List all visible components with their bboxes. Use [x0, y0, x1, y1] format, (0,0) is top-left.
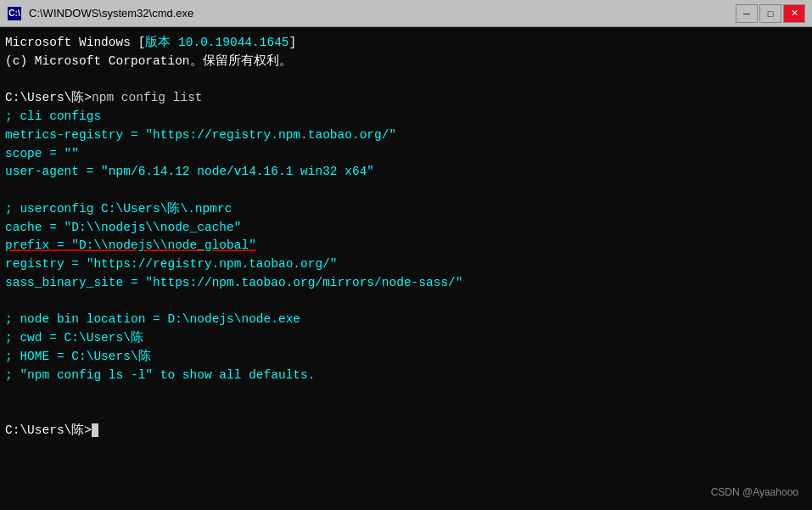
cmd-window: C:\ C:\WINDOWS\system32\cmd.exe ─ □ ✕ Mi… [0, 0, 812, 510]
sass-binary-line: sass_binary_site = "https://npm.taobao.o… [5, 274, 807, 293]
cursor [92, 423, 98, 437]
metrics-registry-line: metrics-registry = "https://registry.npm… [5, 126, 807, 145]
cwd-line: ; cwd = C:\Users\陈 [5, 329, 807, 348]
cli-configs-line: ; cli configs [5, 108, 807, 126]
cmd-icon: C:\ [8, 7, 21, 20]
home-line: ; HOME = C:\Users\陈 [5, 348, 807, 367]
blank-2 [5, 182, 807, 200]
minimize-button[interactable]: ─ [736, 4, 758, 23]
maximize-button[interactable]: □ [759, 4, 781, 23]
user-agent-line: user-agent = "npm/6.14.12 node/v14.16.1 … [5, 163, 807, 182]
node-bin-line: ; node bin location = D:\nodejs\node.exe [5, 311, 807, 329]
scope-line: scope = "" [5, 145, 807, 164]
window-controls: ─ □ ✕ [736, 4, 805, 23]
terminal-body[interactable]: Microsoft Windows [版本 10.0.19044.1645] (… [0, 27, 812, 510]
blank-4 [5, 384, 807, 403]
close-button[interactable]: ✕ [783, 4, 805, 23]
window-icon: C:\ [7, 6, 22, 21]
title-bar: C:\ C:\WINDOWS\system32\cmd.exe ─ □ ✕ [0, 0, 812, 27]
window-title: C:\WINDOWS\system32\cmd.exe [29, 7, 729, 20]
registry-line: registry = "https://registry.npm.taobao.… [5, 255, 807, 274]
blank-1 [5, 71, 807, 90]
npm-ls-line: ; "npm config ls -l" to show all default… [5, 367, 807, 385]
blank-5 [5, 403, 807, 422]
final-prompt-line: C:\Users\陈> [5, 422, 807, 440]
win-version-line: Microsoft Windows [版本 10.0.19044.1645] [5, 34, 807, 53]
prompt-npm-config: C:\Users\陈>npm config list [5, 89, 807, 108]
watermark: CSDN @Ayaahooo [711, 485, 798, 500]
copyright-line: (c) Microsoft Corporation。保留所有权利。 [5, 53, 807, 71]
userconfig-line: ; userconfig C:\Users\陈\.npmrc [5, 200, 807, 219]
cache-line: cache = "D:\\nodejs\\node_cache" [5, 219, 807, 238]
prefix-line: prefix = "D:\\nodejs\\node_global" [5, 237, 807, 255]
blank-3 [5, 293, 807, 311]
